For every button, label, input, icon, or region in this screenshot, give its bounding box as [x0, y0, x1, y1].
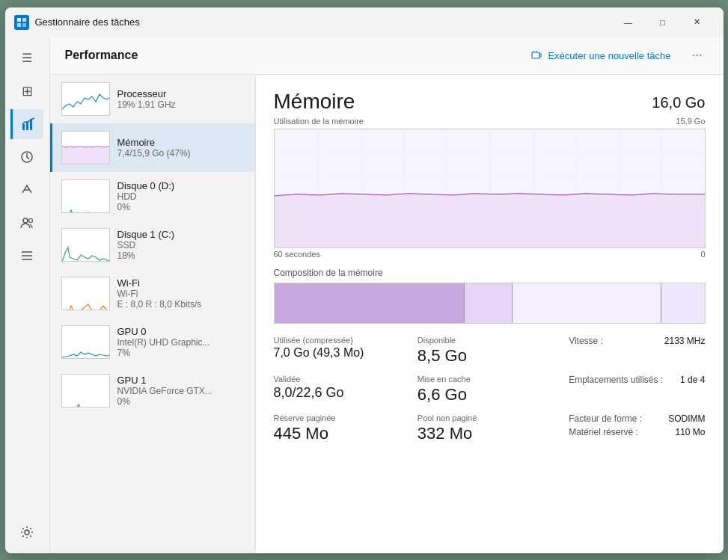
disk0-info: Disque 0 (D:) HDD 0% [117, 180, 246, 212]
cpu-usage: 19% 1,91 GHz [117, 99, 246, 110]
stat-used: Utilisée (compressée) 7,0 Go (49,3 Mo) [274, 336, 417, 366]
memory-info: Mémoire 7,4/15,9 Go (47%) [117, 137, 246, 159]
disk1-info: Disque 1 (C:) SSD 18% [117, 229, 246, 261]
comp-used [275, 283, 464, 323]
stat-nonpaged-value: 332 Mo [417, 424, 561, 443]
stat-paged: Réserve paginée 445 Mo [274, 413, 417, 443]
info-form-block: Facteur de forme : SODIMM Matériel réser… [561, 413, 705, 443]
info-slots-block: Emplacements utilisés : 1 de 4 [561, 375, 705, 404]
wifi-name: Wi-Fi [117, 277, 246, 289]
info-form-key: Facteur de forme : [569, 413, 642, 424]
memory-mini-chart [61, 131, 110, 164]
memory-total: 16,0 Go [652, 94, 705, 111]
gpu0-name: GPU 0 [117, 326, 246, 337]
svg-rect-0 [17, 18, 21, 22]
info-form-row: Facteur de forme : SODIMM [569, 413, 705, 424]
window-controls: — □ ✕ [611, 7, 715, 37]
info-speed-val: 2133 MHz [664, 336, 706, 346]
device-item-gpu0[interactable]: GPU 0 Intel(R) UHD Graphic... 7% [50, 318, 255, 366]
time-start: 60 secondes [274, 250, 320, 259]
device-item-wifi[interactable]: Wi-Fi Wi-Fi E : 8,0 R : 8,0 Kbits/s [50, 269, 255, 318]
device-item-gpu1[interactable]: GPU 1 NVIDIA GeForce GTX... 0% [50, 366, 255, 415]
usage-label: Utilisation de la mémoire [274, 117, 364, 126]
sidebar-item-users[interactable] [10, 208, 43, 238]
stat-nonpaged-label: Pool non paginé [417, 413, 561, 422]
gpu1-usage: 0% [117, 396, 246, 407]
svg-rect-18 [62, 83, 110, 116]
sidebar-item-menu[interactable]: ☰ [10, 43, 43, 73]
sidebar-item-performance[interactable] [10, 109, 43, 139]
main-area: ☰ ⊞ [5, 37, 724, 553]
comp-available [513, 283, 661, 323]
info-slots-row: Emplacements utilisés : 1 de 4 [569, 375, 705, 385]
svg-rect-25 [62, 375, 110, 407]
close-button[interactable]: ✕ [680, 7, 715, 37]
device-list: Processeur 19% 1,91 GHz [50, 75, 256, 553]
cpu-mini-chart [61, 82, 110, 116]
sidebar-item-startup[interactable] [10, 175, 43, 205]
cpu-info: Processeur 19% 1,91 GHz [117, 88, 246, 110]
info-slots-key: Emplacements utilisés : [569, 375, 663, 385]
disk0-usage: 0% [117, 202, 246, 212]
stat-used-value: 7,0 Go (49,3 Mo) [274, 346, 417, 360]
panels: Processeur 19% 1,91 GHz [50, 75, 724, 553]
device-item-cpu[interactable]: Processeur 19% 1,91 GHz [50, 75, 255, 123]
svg-rect-15 [532, 52, 539, 58]
svg-point-9 [23, 218, 28, 223]
cpu-name: Processeur [117, 88, 246, 99]
svg-point-10 [29, 218, 33, 222]
sidebar-item-details[interactable] [10, 241, 43, 271]
sidebar-item-history[interactable] [10, 142, 43, 172]
stat-available: Disponible 8,5 Go [417, 336, 561, 366]
wifi-info: Wi-Fi Wi-Fi E : 8,0 R : 8,0 Kbits/s [117, 277, 246, 310]
gpu1-info: GPU 1 NVIDIA GeForce GTX... 0% [117, 375, 246, 407]
device-item-disk1[interactable]: Disque 1 (C:) SSD 18% [50, 221, 255, 269]
stat-committed-label: Validée [274, 375, 417, 384]
disk0-mini-chart [61, 179, 110, 213]
svg-rect-3 [22, 23, 26, 27]
maximize-button[interactable]: □ [646, 7, 680, 37]
stat-cached-label: Mise en cache [417, 375, 561, 384]
run-task-button[interactable]: Exécuter une nouvelle tâche [525, 46, 676, 64]
wifi-mini-chart [61, 277, 110, 310]
sidebar-item-services[interactable] [10, 517, 43, 547]
stat-cached-value: 6,6 Go [417, 385, 561, 404]
run-task-label: Exécuter une nouvelle tâche [548, 50, 670, 61]
minimize-button[interactable]: — [611, 7, 646, 37]
titlebar: Gestionnaire des tâches — □ ✕ [5, 7, 724, 37]
svg-marker-28 [275, 193, 705, 247]
info-speed-block: Vitesse : 2133 MHz [561, 336, 705, 366]
memory-detail-panel: Mémoire 16,0 Go Utilisation de la mémoir… [256, 75, 724, 553]
svg-rect-1 [22, 18, 26, 22]
stat-paged-label: Réserve paginée [274, 413, 417, 422]
sidebar-item-overview[interactable]: ⊞ [10, 76, 43, 106]
gpu0-model: Intel(R) UHD Graphic... [117, 337, 246, 348]
disk0-name: Disque 0 (D:) [117, 180, 246, 191]
device-item-memory[interactable]: Mémoire 7,4/15,9 Go (47%) [50, 123, 255, 172]
svg-marker-20 [62, 147, 110, 164]
page-title: Performance [65, 49, 526, 62]
info-form-val: SODIMM [668, 413, 705, 424]
info-speed-key: Vitesse : [569, 336, 603, 346]
device-item-disk0[interactable]: Disque 0 (D:) HDD 0% [50, 172, 255, 221]
stat-available-value: 8,5 Go [417, 346, 561, 366]
more-options-button[interactable]: ··· [686, 44, 709, 67]
memory-header: Mémoire 16,0 Go [274, 90, 706, 114]
memory-title: Mémoire [274, 90, 355, 114]
task-manager-window: Gestionnaire des tâches — □ ✕ ☰ ⊞ [5, 7, 724, 553]
stat-committed-value: 8,0/22,6 Go [274, 385, 417, 401]
gpu0-usage: 7% [117, 348, 246, 358]
info-speed-row: Vitesse : 2133 MHz [569, 336, 705, 346]
sidebar: ☰ ⊞ [5, 37, 50, 553]
disk1-mini-chart [61, 228, 110, 262]
stat-nonpaged: Pool non paginé 332 Mo [417, 413, 561, 443]
memory-usage-chart [274, 129, 706, 248]
disk1-type: SSD [117, 240, 246, 250]
stat-paged-value: 445 Mo [274, 424, 417, 443]
app-icon [14, 15, 29, 30]
info-reserved-row: Matériel réservé : 110 Mo [569, 427, 705, 437]
content-area: Performance Exécuter une nouvelle tâche … [50, 37, 724, 553]
comp-reserved [661, 283, 705, 323]
memory-composition-bar [274, 283, 706, 324]
info-reserved-key: Matériel réservé : [569, 427, 638, 437]
